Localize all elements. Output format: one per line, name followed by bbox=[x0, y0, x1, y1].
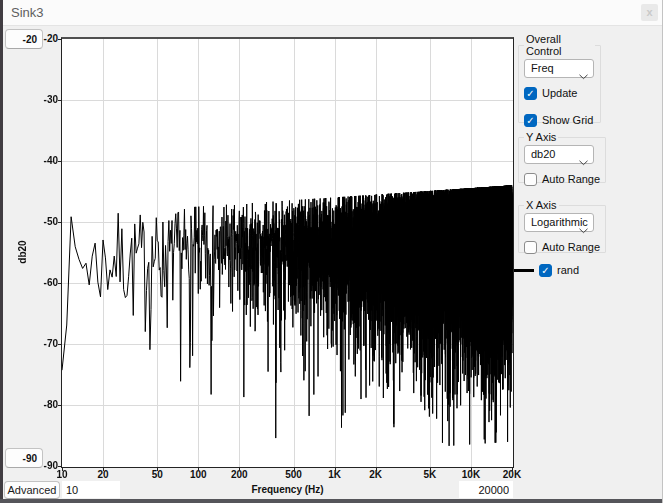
x-tick-mark bbox=[62, 468, 63, 471]
legend-line-sample bbox=[514, 269, 534, 272]
y-tick-mark bbox=[58, 283, 62, 284]
x-tick-mark bbox=[335, 468, 336, 471]
trace-visible-checkbox[interactable]: ✓ bbox=[539, 264, 552, 277]
chevron-down-icon bbox=[579, 66, 588, 72]
y-tick-mark bbox=[58, 39, 62, 40]
legend: ✓ rand bbox=[514, 263, 579, 277]
overall-control-group: Overall Control Freq ✓ Update ✓ Show Gri… bbox=[518, 33, 601, 123]
y-tick-mark bbox=[58, 405, 62, 406]
y-tick-mark bbox=[58, 161, 62, 162]
window-title: Sink3 bbox=[11, 5, 44, 20]
x-auto-range-checkbox-row[interactable]: Auto Range bbox=[524, 240, 600, 254]
x-scale-select[interactable]: Logarithmic bbox=[524, 213, 594, 232]
x-tick-mark bbox=[471, 468, 472, 471]
x-auto-range-checkbox-label: Auto Range bbox=[542, 241, 600, 253]
x-tick-mark bbox=[103, 468, 104, 471]
update-checkbox[interactable]: ✓ bbox=[524, 87, 537, 100]
show-grid-checkbox[interactable]: ✓ bbox=[524, 114, 537, 127]
y-axis-group-title: Y Axis bbox=[524, 131, 558, 143]
y-tick-label: -70 bbox=[26, 338, 58, 349]
y-auto-range-checkbox-row[interactable]: Auto Range bbox=[524, 172, 600, 186]
y-axis-group: Y Axis db20 Auto Range bbox=[518, 131, 606, 183]
x-tick-mark bbox=[512, 468, 513, 471]
update-checkbox-label: Update bbox=[542, 87, 577, 99]
freq-domain-select[interactable]: Freq bbox=[524, 59, 594, 78]
y-tick-label: -50 bbox=[26, 216, 58, 227]
y-tick-mark bbox=[58, 344, 62, 345]
y-tick-mark bbox=[58, 100, 62, 101]
chevron-down-icon bbox=[579, 220, 588, 226]
y-tick-label: -20 bbox=[26, 33, 58, 44]
y-scale-select[interactable]: db20 bbox=[524, 145, 594, 164]
x-auto-range-checkbox[interactable] bbox=[524, 241, 537, 254]
y-scale-select-value: db20 bbox=[531, 148, 555, 160]
window-border-left bbox=[0, 0, 3, 503]
close-icon[interactable]: x bbox=[641, 4, 658, 21]
x-tick-mark bbox=[376, 468, 377, 471]
chevron-down-icon bbox=[579, 152, 588, 158]
x-tick-mark bbox=[198, 468, 199, 471]
y-tick-label: -30 bbox=[26, 94, 58, 105]
x-tick-mark bbox=[294, 468, 295, 471]
y-auto-range-checkbox[interactable] bbox=[524, 173, 537, 186]
x-axis-group: X Axis Logarithmic Auto Range bbox=[518, 199, 606, 253]
spectrum-canvas[interactable] bbox=[62, 39, 513, 467]
plot-area[interactable] bbox=[61, 37, 514, 468]
show-grid-checkbox-label: Show Grid bbox=[542, 114, 593, 126]
y-tick-label: -40 bbox=[26, 155, 58, 166]
x-tick-mark bbox=[430, 468, 431, 471]
x-axis-title: Frequency (Hz) bbox=[62, 484, 513, 495]
x-tick-mark bbox=[239, 468, 240, 471]
y-auto-range-checkbox-label: Auto Range bbox=[542, 173, 600, 185]
advanced-button[interactable]: Advanced bbox=[4, 481, 60, 499]
app-window: Sink3 x -20 -90 Advanced -20-30-40-50-60… bbox=[0, 0, 663, 503]
update-checkbox-row[interactable]: ✓ Update bbox=[524, 86, 595, 100]
y-tick-mark bbox=[58, 222, 62, 223]
window-border-bottom bbox=[0, 499, 663, 503]
freq-domain-select-value: Freq bbox=[531, 62, 554, 74]
x-axis-group-title: X Axis bbox=[524, 199, 559, 211]
overall-control-title: Overall Control bbox=[524, 33, 595, 57]
trace-label: rand bbox=[557, 264, 579, 276]
y-tick-label: -60 bbox=[26, 277, 58, 288]
show-grid-checkbox-row[interactable]: ✓ Show Grid bbox=[524, 113, 595, 127]
title-bar: Sink3 x bbox=[3, 0, 662, 26]
y-axis-title: db20 bbox=[17, 233, 29, 271]
x-tick-mark bbox=[157, 468, 158, 471]
y-tick-label: -80 bbox=[26, 399, 58, 410]
y-tick-mark bbox=[58, 466, 62, 467]
